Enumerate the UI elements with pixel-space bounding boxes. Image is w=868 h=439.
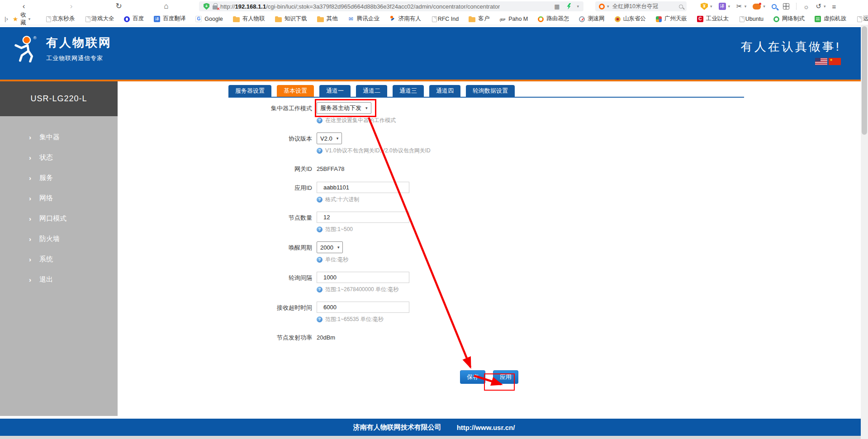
search-icon[interactable] xyxy=(679,5,683,9)
forward-icon[interactable]: › xyxy=(47,0,95,12)
chevron-right-icon: › xyxy=(29,255,31,263)
search-query[interactable]: 全红婵10米台夺冠 xyxy=(612,3,679,10)
page-icon xyxy=(85,16,90,22)
page-icon xyxy=(46,16,51,22)
bookmark-item[interactable]: 百度翻译 xyxy=(149,15,190,23)
bookmark-item[interactable]: Paho M xyxy=(494,16,533,22)
text-input[interactable] xyxy=(317,272,409,283)
form-row: 集中器工作模式 服务器主动下发▾ 服务器主动下发 ? 在这里设置集中器的工作模式 xyxy=(194,102,861,124)
field-label: 协议版本 xyxy=(194,132,312,155)
toolbar-divider xyxy=(796,3,797,10)
bookmark-item[interactable]: 京东秒杀 xyxy=(40,15,80,23)
back-icon[interactable]: ‹ xyxy=(0,0,47,12)
vertical-scrollbar[interactable] xyxy=(861,25,868,439)
tab[interactable]: 通道四 xyxy=(429,85,460,97)
scrollbar-thumb[interactable] xyxy=(862,26,867,135)
bookmark-item[interactable]: 百度 xyxy=(119,15,149,23)
bookmark-item[interactable]: 路由器怎 xyxy=(533,15,574,23)
bookmark-item[interactable]: 腾讯企业 xyxy=(343,15,384,23)
tab[interactable]: 基本设置 xyxy=(277,85,314,97)
apply-button[interactable]: 应用 xyxy=(493,370,518,384)
chevron-down-icon[interactable]: ▾ xyxy=(577,4,579,9)
select-control[interactable]: V2.0▾ xyxy=(317,132,342,144)
chevron-right-icon: › xyxy=(29,215,31,222)
home-icon[interactable]: ⌂ xyxy=(142,0,190,12)
search-engine-caret-icon[interactable]: ▾ xyxy=(607,4,609,9)
language-chinese-flag-icon[interactable]: ★ xyxy=(829,58,841,65)
bookmark-item[interactable]: 有人物联 xyxy=(228,15,270,23)
speed-bolt-icon[interactable] xyxy=(567,3,571,9)
text-input[interactable] xyxy=(317,182,409,193)
sidebar-item[interactable]: › 系统 xyxy=(0,249,118,269)
paho-icon xyxy=(499,16,506,22)
bookmark-item[interactable]: 其他 xyxy=(312,15,343,23)
footer-company: 济南有人物联网技术有限公司 xyxy=(353,423,441,432)
bookmark-item[interactable]: 山东省公 xyxy=(610,15,651,23)
text-input[interactable] xyxy=(317,302,409,313)
help-text: V1.0协议不包含网关ID,V2.0协议包含网关ID xyxy=(325,147,431,155)
bookmark-item[interactable]: 客户 xyxy=(464,15,494,23)
bookmark-item[interactable]: 游戏大全 xyxy=(80,15,119,23)
theme-sun-icon[interactable]: ☼ xyxy=(803,3,810,10)
sidebar-item[interactable]: › 状态 xyxy=(0,147,118,168)
bookmark-item[interactable]: 济南有人 xyxy=(384,15,426,23)
help-question-icon: ? xyxy=(317,227,323,232)
browser-toolbar: ‹ › ↻ ⌂ http://192.168.1.1/cgi-bin/luci/… xyxy=(0,0,868,13)
sidebar-item[interactable]: › 网口模式 xyxy=(0,208,118,229)
security-shield-icon[interactable] xyxy=(204,3,209,10)
bookmark-item[interactable]: 网络制式 xyxy=(768,15,810,23)
apps-grid-icon[interactable] xyxy=(783,3,789,9)
tab[interactable]: 服务器设置 xyxy=(228,85,271,97)
sidebar-item[interactable]: › 集中器 xyxy=(0,127,118,147)
select-control[interactable]: 2000▾ xyxy=(317,241,343,253)
select-control[interactable]: 服务器主动下发▾ xyxy=(317,102,371,114)
language-english-flag-icon[interactable] xyxy=(815,58,827,65)
sidebar-item[interactable]: › 网络 xyxy=(0,188,118,208)
refresh-icon[interactable]: ↻ xyxy=(95,0,142,12)
qr-code-icon[interactable]: ▦ xyxy=(554,3,560,10)
tencent-icon xyxy=(348,16,354,22)
browser-search-box[interactable]: ▾ 全红婵10米台夺冠 xyxy=(595,1,687,11)
insecure-lock-icon xyxy=(213,5,218,9)
sidebar-item[interactable]: › 防火墙 xyxy=(0,229,118,249)
footer-link[interactable]: http://www.usr.cn/ xyxy=(457,424,515,431)
tab[interactable]: 通道三 xyxy=(393,85,424,97)
text-input[interactable] xyxy=(317,212,409,223)
tab[interactable]: 通道二 xyxy=(356,85,387,97)
favorites-caret-icon: ▾ xyxy=(28,17,31,21)
wallet-shield-icon[interactable]: ¥ xyxy=(701,3,708,10)
sidebar: USR-LG220-L › 集中器 › 状态 › 服务 › xyxy=(0,81,118,416)
sidebar-item[interactable]: › 退出 xyxy=(0,269,118,290)
address-bar[interactable]: http://192.168.1.1/cgi-bin/luci/;stok=3a… xyxy=(199,1,583,11)
save-button[interactable]: 保存 xyxy=(460,370,485,384)
restore-history-icon[interactable]: ↺ xyxy=(816,2,821,10)
search-engine-icon[interactable] xyxy=(599,4,605,9)
tab[interactable]: 轮询数据设置 xyxy=(466,85,515,97)
form-row: 协议版本 V2.0▾ V2.0 ? V1.0协议不包含网关ID,V2.0协议包含… xyxy=(194,132,861,155)
menu-icon[interactable]: ≡ xyxy=(832,3,836,10)
brand-tagline: 工业物联网通信专家 xyxy=(46,54,112,62)
star-icon: ★ xyxy=(13,15,19,23)
bookmark-item[interactable]: Google xyxy=(190,16,228,22)
screenshot-scissors-icon[interactable]: ✂ xyxy=(736,2,742,10)
help-question-icon: ? xyxy=(317,148,323,154)
folder-icon xyxy=(233,17,240,22)
url-text: http://192.168.1.1/cgi-bin/luci/;stok=3a… xyxy=(220,3,500,10)
tab-bar: 服务器设置 基本设置 通道一 通道二 通道三 通道四 轮询数据设置 xyxy=(228,85,744,98)
bookmark-item[interactable]: 工业以太 xyxy=(692,15,734,23)
bookmark-item[interactable]: RFC Ind xyxy=(426,16,464,22)
bookmark-item[interactable]: 知识下载 xyxy=(270,15,312,23)
sidebar-toggle-icon[interactable]: |› xyxy=(5,15,8,22)
bookmark-item[interactable]: 广州天嵌 xyxy=(651,15,692,23)
sidebar-item[interactable]: › 服务 xyxy=(0,168,118,188)
bookmark-item[interactable]: 远程升级 xyxy=(851,15,868,23)
bookmark-item[interactable]: 虚拟机故 xyxy=(810,15,851,23)
find-icon[interactable] xyxy=(772,4,777,9)
bookmark-item[interactable]: 测速网 xyxy=(574,15,610,23)
translate-icon[interactable]: 译 xyxy=(719,3,726,10)
tab[interactable]: 通道一 xyxy=(319,85,351,97)
bookmark-item[interactable]: Ubuntu xyxy=(734,16,768,22)
help-question-icon: ? xyxy=(317,316,323,322)
favorites-button[interactable]: ★ 收藏 ▾ xyxy=(13,11,31,27)
game-center-icon[interactable] xyxy=(753,4,761,9)
